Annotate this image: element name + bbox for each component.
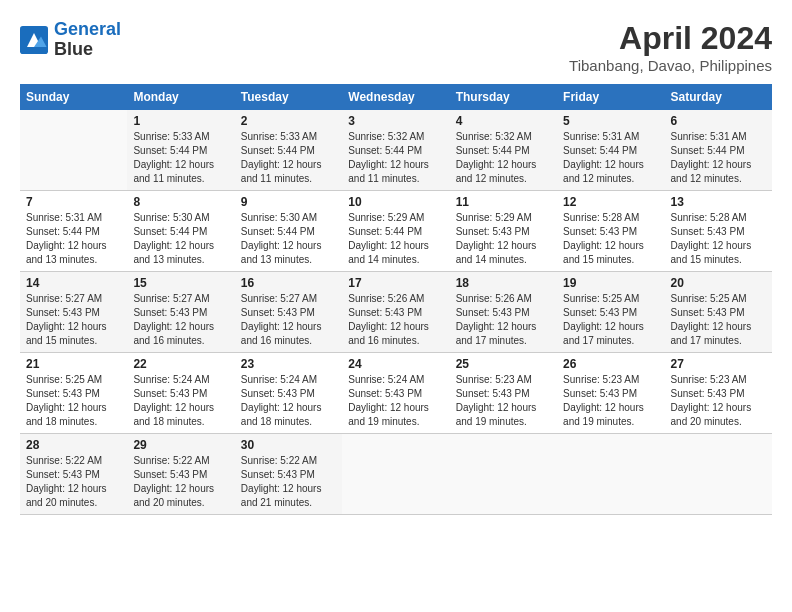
day-number: 8 — [133, 195, 228, 209]
calendar-day-cell: 14Sunrise: 5:27 AMSunset: 5:43 PMDayligh… — [20, 272, 127, 353]
day-info: Sunrise: 5:23 AMSunset: 5:43 PMDaylight:… — [671, 373, 766, 429]
calendar-week-row: 1Sunrise: 5:33 AMSunset: 5:44 PMDaylight… — [20, 110, 772, 191]
day-number: 22 — [133, 357, 228, 371]
day-number: 24 — [348, 357, 443, 371]
day-number: 4 — [456, 114, 551, 128]
day-number: 1 — [133, 114, 228, 128]
day-number: 2 — [241, 114, 336, 128]
day-number: 6 — [671, 114, 766, 128]
day-info: Sunrise: 5:32 AMSunset: 5:44 PMDaylight:… — [456, 130, 551, 186]
calendar-day-cell: 15Sunrise: 5:27 AMSunset: 5:43 PMDayligh… — [127, 272, 234, 353]
weekday-header-cell: Thursday — [450, 84, 557, 110]
calendar-day-cell: 20Sunrise: 5:25 AMSunset: 5:43 PMDayligh… — [665, 272, 772, 353]
calendar-week-row: 21Sunrise: 5:25 AMSunset: 5:43 PMDayligh… — [20, 353, 772, 434]
day-info: Sunrise: 5:27 AMSunset: 5:43 PMDaylight:… — [133, 292, 228, 348]
calendar-day-cell — [557, 434, 664, 515]
calendar-day-cell: 24Sunrise: 5:24 AMSunset: 5:43 PMDayligh… — [342, 353, 449, 434]
day-info: Sunrise: 5:29 AMSunset: 5:44 PMDaylight:… — [348, 211, 443, 267]
day-info: Sunrise: 5:28 AMSunset: 5:43 PMDaylight:… — [671, 211, 766, 267]
calendar-day-cell: 5Sunrise: 5:31 AMSunset: 5:44 PMDaylight… — [557, 110, 664, 191]
day-info: Sunrise: 5:33 AMSunset: 5:44 PMDaylight:… — [133, 130, 228, 186]
calendar-day-cell: 13Sunrise: 5:28 AMSunset: 5:43 PMDayligh… — [665, 191, 772, 272]
day-info: Sunrise: 5:23 AMSunset: 5:43 PMDaylight:… — [456, 373, 551, 429]
day-number: 16 — [241, 276, 336, 290]
day-info: Sunrise: 5:29 AMSunset: 5:43 PMDaylight:… — [456, 211, 551, 267]
calendar-day-cell: 30Sunrise: 5:22 AMSunset: 5:43 PMDayligh… — [235, 434, 342, 515]
title-area: April 2024 Tibanbang, Davao, Philippines — [569, 20, 772, 74]
weekday-header-cell: Sunday — [20, 84, 127, 110]
calendar-day-cell: 28Sunrise: 5:22 AMSunset: 5:43 PMDayligh… — [20, 434, 127, 515]
calendar-day-cell — [450, 434, 557, 515]
calendar-day-cell — [665, 434, 772, 515]
calendar-day-cell: 21Sunrise: 5:25 AMSunset: 5:43 PMDayligh… — [20, 353, 127, 434]
day-number: 13 — [671, 195, 766, 209]
calendar-day-cell: 23Sunrise: 5:24 AMSunset: 5:43 PMDayligh… — [235, 353, 342, 434]
day-number: 17 — [348, 276, 443, 290]
day-info: Sunrise: 5:30 AMSunset: 5:44 PMDaylight:… — [241, 211, 336, 267]
month-title: April 2024 — [569, 20, 772, 57]
calendar-table: SundayMondayTuesdayWednesdayThursdayFrid… — [20, 84, 772, 515]
logo-icon — [20, 26, 48, 54]
day-info: Sunrise: 5:23 AMSunset: 5:43 PMDaylight:… — [563, 373, 658, 429]
calendar-day-cell: 2Sunrise: 5:33 AMSunset: 5:44 PMDaylight… — [235, 110, 342, 191]
day-info: Sunrise: 5:24 AMSunset: 5:43 PMDaylight:… — [133, 373, 228, 429]
calendar-day-cell: 27Sunrise: 5:23 AMSunset: 5:43 PMDayligh… — [665, 353, 772, 434]
day-info: Sunrise: 5:22 AMSunset: 5:43 PMDaylight:… — [241, 454, 336, 510]
calendar-week-row: 28Sunrise: 5:22 AMSunset: 5:43 PMDayligh… — [20, 434, 772, 515]
day-info: Sunrise: 5:25 AMSunset: 5:43 PMDaylight:… — [26, 373, 121, 429]
day-info: Sunrise: 5:25 AMSunset: 5:43 PMDaylight:… — [671, 292, 766, 348]
weekday-header-cell: Friday — [557, 84, 664, 110]
location-subtitle: Tibanbang, Davao, Philippines — [569, 57, 772, 74]
weekday-header-cell: Wednesday — [342, 84, 449, 110]
day-info: Sunrise: 5:33 AMSunset: 5:44 PMDaylight:… — [241, 130, 336, 186]
day-number: 26 — [563, 357, 658, 371]
day-info: Sunrise: 5:31 AMSunset: 5:44 PMDaylight:… — [26, 211, 121, 267]
weekday-header-cell: Monday — [127, 84, 234, 110]
calendar-day-cell: 6Sunrise: 5:31 AMSunset: 5:44 PMDaylight… — [665, 110, 772, 191]
day-number: 11 — [456, 195, 551, 209]
day-number: 18 — [456, 276, 551, 290]
day-info: Sunrise: 5:26 AMSunset: 5:43 PMDaylight:… — [456, 292, 551, 348]
calendar-header-row: SundayMondayTuesdayWednesdayThursdayFrid… — [20, 84, 772, 110]
weekday-header-cell: Saturday — [665, 84, 772, 110]
calendar-day-cell: 8Sunrise: 5:30 AMSunset: 5:44 PMDaylight… — [127, 191, 234, 272]
calendar-day-cell: 17Sunrise: 5:26 AMSunset: 5:43 PMDayligh… — [342, 272, 449, 353]
calendar-day-cell: 19Sunrise: 5:25 AMSunset: 5:43 PMDayligh… — [557, 272, 664, 353]
day-info: Sunrise: 5:32 AMSunset: 5:44 PMDaylight:… — [348, 130, 443, 186]
day-number: 20 — [671, 276, 766, 290]
day-info: Sunrise: 5:27 AMSunset: 5:43 PMDaylight:… — [241, 292, 336, 348]
logo-text: General Blue — [54, 20, 121, 60]
day-number: 25 — [456, 357, 551, 371]
calendar-day-cell: 29Sunrise: 5:22 AMSunset: 5:43 PMDayligh… — [127, 434, 234, 515]
day-info: Sunrise: 5:24 AMSunset: 5:43 PMDaylight:… — [348, 373, 443, 429]
day-info: Sunrise: 5:25 AMSunset: 5:43 PMDaylight:… — [563, 292, 658, 348]
calendar-day-cell: 22Sunrise: 5:24 AMSunset: 5:43 PMDayligh… — [127, 353, 234, 434]
calendar-day-cell: 18Sunrise: 5:26 AMSunset: 5:43 PMDayligh… — [450, 272, 557, 353]
calendar-day-cell: 4Sunrise: 5:32 AMSunset: 5:44 PMDaylight… — [450, 110, 557, 191]
day-info: Sunrise: 5:28 AMSunset: 5:43 PMDaylight:… — [563, 211, 658, 267]
calendar-day-cell: 10Sunrise: 5:29 AMSunset: 5:44 PMDayligh… — [342, 191, 449, 272]
day-number: 5 — [563, 114, 658, 128]
day-info: Sunrise: 5:27 AMSunset: 5:43 PMDaylight:… — [26, 292, 121, 348]
calendar-week-row: 7Sunrise: 5:31 AMSunset: 5:44 PMDaylight… — [20, 191, 772, 272]
day-number: 23 — [241, 357, 336, 371]
calendar-day-cell: 25Sunrise: 5:23 AMSunset: 5:43 PMDayligh… — [450, 353, 557, 434]
day-number: 21 — [26, 357, 121, 371]
day-info: Sunrise: 5:22 AMSunset: 5:43 PMDaylight:… — [26, 454, 121, 510]
calendar-week-row: 14Sunrise: 5:27 AMSunset: 5:43 PMDayligh… — [20, 272, 772, 353]
calendar-day-cell: 12Sunrise: 5:28 AMSunset: 5:43 PMDayligh… — [557, 191, 664, 272]
logo: General Blue — [20, 20, 121, 60]
calendar-day-cell: 16Sunrise: 5:27 AMSunset: 5:43 PMDayligh… — [235, 272, 342, 353]
calendar-day-cell — [342, 434, 449, 515]
day-number: 14 — [26, 276, 121, 290]
day-number: 7 — [26, 195, 121, 209]
calendar-day-cell: 3Sunrise: 5:32 AMSunset: 5:44 PMDaylight… — [342, 110, 449, 191]
weekday-header-cell: Tuesday — [235, 84, 342, 110]
calendar-day-cell: 1Sunrise: 5:33 AMSunset: 5:44 PMDaylight… — [127, 110, 234, 191]
day-number: 9 — [241, 195, 336, 209]
day-number: 30 — [241, 438, 336, 452]
calendar-day-cell: 11Sunrise: 5:29 AMSunset: 5:43 PMDayligh… — [450, 191, 557, 272]
day-info: Sunrise: 5:24 AMSunset: 5:43 PMDaylight:… — [241, 373, 336, 429]
day-number: 10 — [348, 195, 443, 209]
day-number: 29 — [133, 438, 228, 452]
